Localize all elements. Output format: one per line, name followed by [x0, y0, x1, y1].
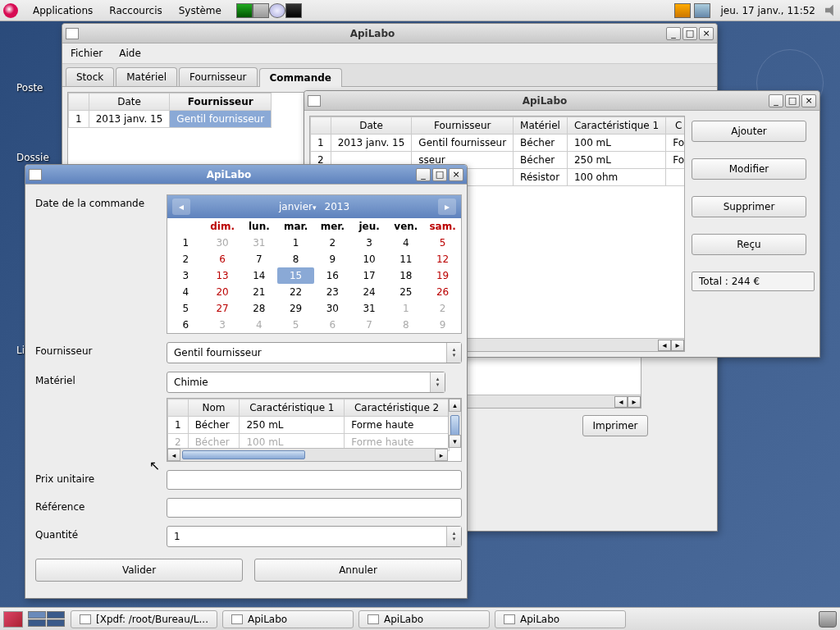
close-button[interactable]: ×	[449, 168, 463, 181]
sysmon-icon[interactable]	[236, 3, 253, 18]
scroll-left-icon[interactable]: ◂	[614, 396, 628, 408]
menu-systeme[interactable]: Système	[171, 5, 230, 16]
cal-prev-icon[interactable]: ◂	[172, 199, 190, 215]
cal-day[interactable]: 22	[277, 284, 314, 300]
table-row[interactable]: 1 2013 janv. 15 Gentil fournisseur	[69, 111, 272, 128]
cal-day[interactable]: 27	[204, 300, 241, 317]
tab-commande[interactable]: Commande	[259, 68, 342, 87]
cal-day[interactable]: 3	[351, 235, 388, 251]
modifier-button[interactable]: Modifier	[692, 158, 806, 180]
table-row[interactable]: 1Bécher250 mLForme haute	[168, 417, 450, 434]
minimize-button[interactable]: _	[666, 27, 681, 40]
cal-day[interactable]: 8	[277, 251, 314, 267]
calculator-icon[interactable]	[253, 3, 269, 18]
menu-raccourcis[interactable]: Raccourcis	[101, 5, 170, 16]
cal-day[interactable]: 18	[388, 267, 425, 284]
cal-day[interactable]: 6	[314, 317, 351, 333]
minimize-button[interactable]: _	[416, 168, 431, 181]
scroll-right-icon[interactable]: ▸	[628, 396, 641, 408]
cal-day[interactable]: 25	[388, 284, 425, 300]
supprimer-button[interactable]: Supprimer	[692, 196, 806, 217]
maximize-button[interactable]: □	[432, 168, 447, 181]
cal-day[interactable]: 2	[424, 300, 461, 317]
cal-day[interactable]: 12	[424, 251, 461, 267]
trash-icon[interactable]	[819, 611, 837, 628]
titlebar-main[interactable]: ApiLabo _ □ ×	[62, 24, 717, 43]
cal-day[interactable]: 30	[314, 300, 351, 317]
cal-year[interactable]: 2013	[325, 201, 350, 212]
scroll-up-icon[interactable]: ▴	[449, 399, 461, 412]
cal-day[interactable]: 17	[351, 267, 388, 284]
col-c2[interactable]: Caractéristique 2	[345, 399, 450, 417]
col-date[interactable]: Date	[331, 117, 412, 135]
clock[interactable]: jeu. 17 janv., 11:52	[714, 5, 822, 16]
cal-day[interactable]: 7	[351, 317, 388, 333]
cal-day[interactable]: 3	[204, 317, 241, 333]
vscrollbar[interactable]: ▴▾	[448, 399, 461, 448]
terminal-icon[interactable]	[285, 3, 302, 18]
col-c[interactable]: C	[666, 117, 685, 135]
print-button[interactable]: Imprimer	[582, 415, 648, 436]
table-row[interactable]: 12013 janv. 15Gentil fournisseurBécher10…	[311, 135, 686, 152]
materiel-combo[interactable]: Chimie	[167, 372, 445, 393]
close-button[interactable]: ×	[699, 27, 714, 40]
cal-day[interactable]: 1	[388, 300, 425, 317]
annuler-button[interactable]: Annuler	[254, 559, 462, 582]
recu-button[interactable]: Reçu	[692, 234, 806, 255]
hscrollbar[interactable]: ◂▸	[167, 448, 448, 461]
cal-day[interactable]: 4	[241, 317, 278, 333]
task-button[interactable]: ApiLabo	[222, 610, 354, 628]
maximize-button[interactable]: □	[785, 94, 800, 107]
prix-input[interactable]	[167, 470, 462, 490]
col-nom[interactable]: Nom	[188, 399, 240, 417]
cal-day[interactable]: 9	[314, 251, 351, 267]
scroll-right-icon[interactable]: ▸	[671, 340, 684, 351]
task-button[interactable]: [Xpdf: /root/Bureau/L...	[71, 610, 217, 628]
cal-day[interactable]: 14	[241, 267, 278, 284]
scroll-left-icon[interactable]: ◂	[658, 340, 671, 351]
cal-day[interactable]: 26	[424, 284, 461, 300]
scroll-thumb[interactable]	[450, 415, 459, 436]
fournisseur-combo[interactable]: Gentil fournisseur	[167, 342, 462, 363]
tab-stock[interactable]: Stock	[66, 67, 114, 86]
combo-arrow-icon[interactable]	[446, 343, 461, 363]
tab-materiel[interactable]: Matériel	[116, 67, 177, 86]
cal-day[interactable]: 21	[241, 284, 278, 300]
task-button[interactable]: ApiLabo	[495, 610, 626, 628]
spin-arrow-icon[interactable]	[446, 527, 461, 546]
quantite-spin[interactable]: 1	[167, 526, 462, 547]
cal-day[interactable]: 5	[277, 317, 314, 333]
col-materiel[interactable]: Matériel	[514, 117, 568, 135]
cal-day[interactable]: 8	[388, 317, 425, 333]
cal-day[interactable]: 9	[424, 317, 461, 333]
menu-fichier[interactable]: Fichier	[69, 45, 104, 62]
scroll-down-icon[interactable]: ▾	[449, 435, 461, 448]
cal-day[interactable]: 20	[204, 284, 241, 300]
cal-day[interactable]: 2	[314, 235, 351, 251]
minimize-button[interactable]: _	[769, 94, 783, 107]
menu-applications[interactable]: Applications	[25, 5, 101, 16]
cal-next-icon[interactable]: ▸	[438, 199, 456, 215]
ajouter-button[interactable]: Ajouter	[692, 121, 806, 142]
maximize-button[interactable]: □	[682, 27, 697, 40]
browser-icon[interactable]	[269, 3, 285, 18]
cal-day[interactable]: 5	[424, 235, 461, 251]
cal-month[interactable]: janvier▾	[279, 201, 317, 212]
col-fournisseur[interactable]: Fournisseur	[170, 94, 272, 111]
valider-button[interactable]: Valider	[35, 559, 243, 582]
close-button[interactable]: ×	[801, 94, 816, 107]
cal-day[interactable]: 16	[314, 267, 351, 284]
cal-day[interactable]: 1	[277, 235, 314, 251]
tab-fournisseur[interactable]: Fournisseur	[179, 67, 258, 86]
scroll-thumb[interactable]	[182, 450, 305, 459]
cal-day[interactable]: 23	[314, 284, 351, 300]
col-date[interactable]: Date	[89, 94, 170, 111]
menu-aide[interactable]: Aide	[117, 45, 143, 62]
volume-icon[interactable]	[825, 5, 837, 16]
cal-day[interactable]: 28	[241, 300, 278, 317]
cal-day[interactable]: 15	[277, 267, 314, 284]
titlebar-dialog[interactable]: ApiLabo _ □ ×	[25, 165, 467, 185]
cal-day[interactable]: 29	[277, 300, 314, 317]
network-icon[interactable]	[694, 3, 710, 18]
cal-day[interactable]: 31	[351, 300, 388, 317]
